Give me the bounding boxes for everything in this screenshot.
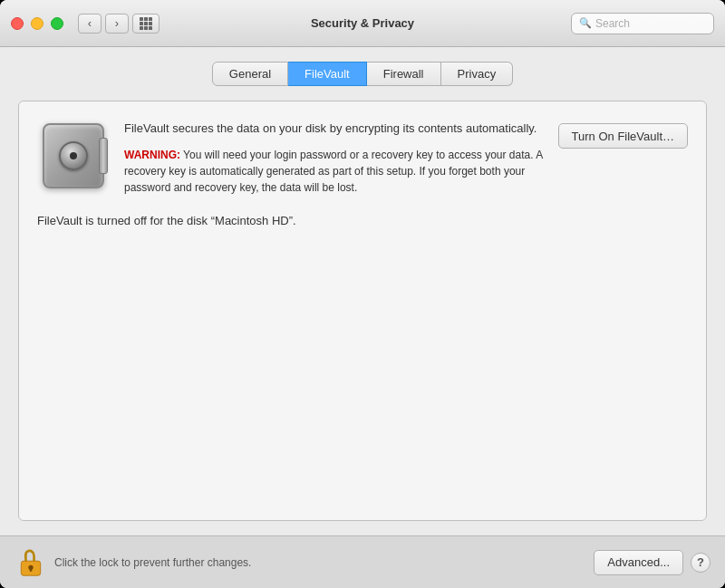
tab-filevault[interactable]: FileVault [288, 62, 367, 86]
warning-label: WARNING: [124, 149, 180, 161]
filevault-status: FileVault is turned off for the disk “Ma… [37, 205, 688, 227]
tab-bar: General FileVault Firewall Privacy [18, 62, 707, 86]
safe-dial [59, 141, 88, 170]
turn-on-filevault-button[interactable]: Turn On FileVault… [558, 123, 688, 149]
lock-label: Click the lock to prevent further change… [54, 556, 594, 569]
tab-privacy[interactable]: Privacy [441, 62, 514, 86]
search-box[interactable]: 🔍 Search [571, 13, 714, 34]
text-and-button: FileVault secures the data on your disk … [124, 120, 688, 196]
content-area: General FileVault Firewall Privacy [0, 47, 725, 535]
safe-hole [70, 152, 77, 159]
filevault-icon [37, 120, 110, 192]
panel-top-row: FileVault secures the data on your disk … [37, 120, 688, 196]
advanced-button[interactable]: Advanced... [594, 550, 683, 575]
warning-text: WARNING: You will need your login passwo… [124, 147, 544, 196]
grid-button[interactable] [132, 14, 160, 34]
tab-general[interactable]: General [212, 62, 288, 86]
warning-body: You will need your login password or a r… [124, 149, 543, 194]
bottom-bar: Click the lock to prevent further change… [0, 535, 725, 588]
search-icon: 🔍 [579, 17, 592, 29]
search-placeholder: Search [595, 17, 630, 30]
bottom-buttons: Advanced... ? [594, 550, 710, 575]
nav-buttons: ‹ › [78, 14, 129, 34]
traffic-lights [11, 17, 63, 30]
main-description: FileVault secures the data on your disk … [124, 120, 544, 138]
maximize-button[interactable] [51, 17, 63, 30]
forward-button[interactable]: › [105, 14, 129, 34]
lock-button[interactable] [14, 546, 47, 579]
svg-rect-2 [30, 567, 33, 571]
lock-icon [18, 548, 44, 577]
safe-hinge [99, 138, 108, 174]
titlebar: ‹ › Security & Privacy 🔍 Search [0, 0, 725, 47]
safe-body [43, 123, 104, 188]
text-block: FileVault secures the data on your disk … [124, 120, 544, 196]
grid-icon [140, 17, 152, 30]
help-button[interactable]: ? [691, 553, 710, 573]
window-title: Security & Privacy [311, 16, 414, 30]
minimize-button[interactable] [31, 17, 44, 30]
main-window: ‹ › Security & Privacy 🔍 Search General … [0, 0, 725, 588]
close-button[interactable] [11, 17, 24, 30]
back-button[interactable]: ‹ [78, 14, 102, 34]
main-panel: FileVault secures the data on your disk … [18, 101, 707, 521]
tab-firewall[interactable]: Firewall [367, 62, 441, 86]
